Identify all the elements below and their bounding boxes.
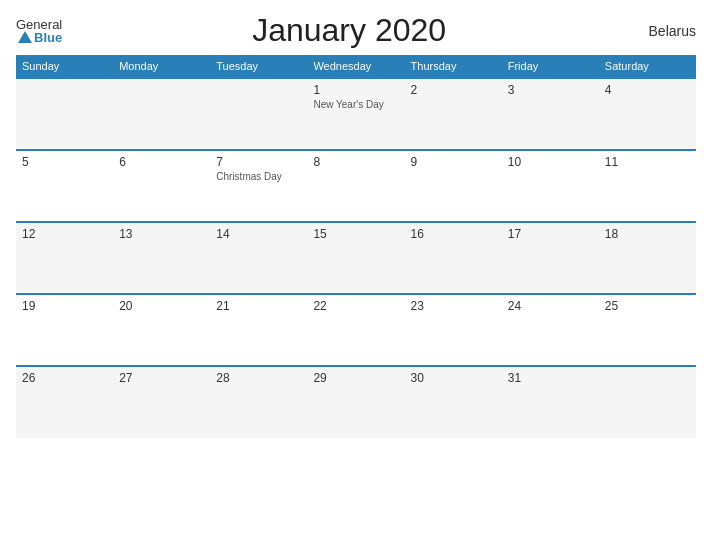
day-number: 29 [313,371,398,385]
calendar-cell [599,366,696,438]
calendar-cell: 29 [307,366,404,438]
day-number: 3 [508,83,593,97]
day-number: 27 [119,371,204,385]
calendar-cell: 15 [307,222,404,294]
country-label: Belarus [636,23,696,39]
calendar-cell: 19 [16,294,113,366]
day-number: 5 [22,155,107,169]
calendar-week-1: 1New Year's Day234 [16,78,696,150]
day-number: 8 [313,155,398,169]
day-number: 10 [508,155,593,169]
calendar-cell: 23 [405,294,502,366]
day-number: 24 [508,299,593,313]
day-number: 13 [119,227,204,241]
calendar-cell: 1New Year's Day [307,78,404,150]
logo: General Blue [16,18,62,44]
calendar-cell: 20 [113,294,210,366]
day-number: 4 [605,83,690,97]
calendar-cell: 9 [405,150,502,222]
calendar-cell: 3 [502,78,599,150]
calendar-page: General Blue January 2020 Belarus Sunday… [0,0,712,550]
day-number: 14 [216,227,301,241]
calendar-cell: 18 [599,222,696,294]
calendar-cell: 22 [307,294,404,366]
calendar-cell: 26 [16,366,113,438]
calendar-week-2: 567Christmas Day891011 [16,150,696,222]
calendar-cell: 2 [405,78,502,150]
day-number: 2 [411,83,496,97]
calendar-cell [210,78,307,150]
calendar-cell: 12 [16,222,113,294]
page-header: General Blue January 2020 Belarus [16,12,696,49]
calendar-cell: 8 [307,150,404,222]
calendar-cell: 16 [405,222,502,294]
day-number: 30 [411,371,496,385]
day-number: 15 [313,227,398,241]
day-number: 26 [22,371,107,385]
calendar-cell: 14 [210,222,307,294]
day-number: 9 [411,155,496,169]
calendar-cell: 17 [502,222,599,294]
event-label: New Year's Day [313,99,398,110]
calendar-cell: 10 [502,150,599,222]
col-monday: Monday [113,55,210,78]
day-number: 17 [508,227,593,241]
logo-triangle-icon [18,31,32,43]
weekday-header-row: Sunday Monday Tuesday Wednesday Thursday… [16,55,696,78]
day-number: 19 [22,299,107,313]
calendar-week-3: 12131415161718 [16,222,696,294]
col-wednesday: Wednesday [307,55,404,78]
calendar-cell: 25 [599,294,696,366]
calendar-cell: 28 [210,366,307,438]
day-number: 28 [216,371,301,385]
calendar-cell: 21 [210,294,307,366]
day-number: 22 [313,299,398,313]
day-number: 31 [508,371,593,385]
col-sunday: Sunday [16,55,113,78]
calendar-cell: 6 [113,150,210,222]
day-number: 1 [313,83,398,97]
calendar-cell: 13 [113,222,210,294]
calendar-cell [113,78,210,150]
day-number: 18 [605,227,690,241]
day-number: 16 [411,227,496,241]
day-number: 21 [216,299,301,313]
calendar-week-5: 262728293031 [16,366,696,438]
calendar-cell: 24 [502,294,599,366]
calendar-grid: Sunday Monday Tuesday Wednesday Thursday… [16,55,696,438]
calendar-week-4: 19202122232425 [16,294,696,366]
calendar-cell [16,78,113,150]
col-friday: Friday [502,55,599,78]
calendar-cell: 4 [599,78,696,150]
logo-blue-row: Blue [16,31,62,44]
day-number: 7 [216,155,301,169]
calendar-cell: 5 [16,150,113,222]
col-thursday: Thursday [405,55,502,78]
calendar-cell: 11 [599,150,696,222]
calendar-cell: 31 [502,366,599,438]
day-number: 6 [119,155,204,169]
calendar-cell: 7Christmas Day [210,150,307,222]
calendar-cell: 30 [405,366,502,438]
event-label: Christmas Day [216,171,301,182]
day-number: 25 [605,299,690,313]
logo-general-text: General [16,18,62,31]
col-tuesday: Tuesday [210,55,307,78]
calendar-cell: 27 [113,366,210,438]
day-number: 12 [22,227,107,241]
logo-blue-text: Blue [34,31,62,44]
col-saturday: Saturday [599,55,696,78]
day-number: 23 [411,299,496,313]
day-number: 20 [119,299,204,313]
day-number: 11 [605,155,690,169]
page-title: January 2020 [62,12,636,49]
